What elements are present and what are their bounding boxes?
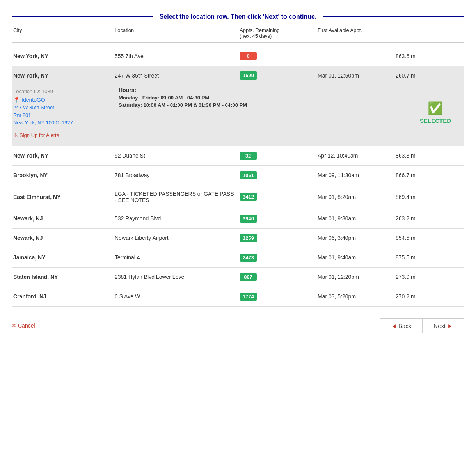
location-cell: Newark Liberty Airport: [113, 229, 238, 246]
identogo-link[interactable]: 📍 IdentoGO: [13, 97, 115, 103]
location-cell: 532 Raymond Blvd: [113, 210, 238, 227]
badge-cell: 3940: [238, 209, 316, 228]
location-cell: 555 7th Ave: [113, 48, 238, 65]
appt-badge: 1599: [240, 71, 257, 80]
appt-badge: 1774: [240, 293, 257, 301]
back-arrow-icon: ◄: [391, 323, 397, 329]
city-cell: Jamaica, NY: [12, 249, 113, 266]
table-row[interactable]: Cranford, NJ 6 S Ave W 1774 Mar 03, 5:20…: [12, 287, 464, 307]
appt-badge: 887: [240, 273, 257, 281]
distance-cell: 854.5 mi: [394, 229, 464, 246]
distance-cell: 863.6 mi: [394, 48, 464, 65]
badge-cell: 0: [238, 46, 316, 66]
location-cell: LGA - TICKETED PASSENGERS or GATE PASS -…: [113, 185, 238, 209]
col-location: Location: [113, 27, 238, 39]
first-appt-cell: Mar 06, 3:40pm: [316, 229, 394, 246]
table-row[interactable]: Newark, NJ 532 Raymond Blvd 3940 Mar 01,…: [12, 209, 464, 229]
city-cell: New York, NY: [12, 67, 113, 84]
back-button[interactable]: ◄ Back: [380, 318, 422, 333]
location-address: 247 W 35th Street Rm 201 New York, NY 10…: [13, 104, 115, 127]
location-cell: 52 Duane St: [113, 147, 238, 164]
col-first-appt: First Available Appt.: [316, 27, 394, 39]
badge-cell: 1061: [238, 166, 316, 185]
header-line-right: [323, 16, 464, 17]
appt-badge: 3412: [240, 193, 257, 201]
appt-badge: 1259: [240, 234, 257, 242]
location-info-panel: Location ID: 1089 📍 IdentoGO 247 W 35th …: [13, 85, 115, 140]
location-cell: Terminal 4: [113, 249, 238, 266]
table-row[interactable]: New York, NY 555 7th Ave 0 863.6 mi: [12, 46, 464, 66]
distance-cell: 863.3 mi: [394, 147, 464, 164]
first-appt-cell: Mar 01, 8:20am: [316, 188, 394, 206]
pin-icon: 📍: [13, 97, 20, 103]
page-instruction: Select the location row. Then click 'Nex…: [12, 8, 464, 24]
selected-badge: ✅ SELECTED: [408, 85, 463, 140]
first-appt-cell: Apr 12, 10:40am: [316, 147, 394, 164]
badge-cell: 1259: [238, 229, 316, 248]
badge-cell: 32: [238, 146, 316, 165]
location-table: New York, NY 555 7th Ave 0 863.6 mi New …: [12, 46, 464, 307]
badge-cell: 3412: [238, 187, 316, 206]
city-cell: Cranford, NJ: [12, 288, 113, 305]
table-row[interactable]: Brooklyn, NY 781 Broadway 1061 Mar 09, 1…: [12, 166, 464, 185]
location-cell: 2381 Hylan Blvd Lower Level: [113, 268, 238, 285]
sign-up-alerts-link[interactable]: ⚠ Sign Up for Alerts: [13, 132, 115, 138]
distance-cell: 866.7 mi: [394, 167, 464, 184]
location-cell: 247 W 35th Street: [113, 67, 238, 84]
city-cell: Newark, NJ: [12, 229, 113, 246]
table-row[interactable]: Newark, NJ Newark Liberty Airport 1259 M…: [12, 229, 464, 248]
first-appt-cell: Mar 01, 12:20pm: [316, 268, 394, 285]
distance-cell: 875.5 mi: [394, 249, 464, 266]
distance-cell: 270.2 mi: [394, 288, 464, 305]
first-appt-cell: Mar 01, 9:30am: [316, 210, 394, 227]
appt-badge: 0: [240, 52, 257, 60]
cancel-icon: ✕: [12, 323, 16, 329]
column-headers: City Location Appts. Remaining(next 45 d…: [12, 24, 464, 43]
location-cell: 781 Broadway: [113, 167, 238, 184]
distance-cell: 869.4 mi: [394, 188, 464, 206]
col-appts: Appts. Remaining(next 45 days): [238, 27, 316, 39]
table-row[interactable]: New York, NY 52 Duane St 32 Apr 12, 10:4…: [12, 146, 464, 166]
cancel-button[interactable]: ✕ Cancel: [12, 323, 35, 329]
location-id: Location ID: 1089: [13, 89, 115, 94]
instruction-text: Select the location row. Then click 'Nex…: [160, 13, 317, 20]
appt-badge: 32: [240, 152, 257, 160]
badge-cell: 2473: [238, 248, 316, 267]
table-row[interactable]: Jamaica, NY Terminal 4 2473 Mar 01, 9:40…: [12, 248, 464, 268]
table-row[interactable]: Staten Island, NY 2381 Hylan Blvd Lower …: [12, 268, 464, 287]
city-cell: Brooklyn, NY: [12, 167, 113, 184]
first-appt-cell: Mar 01, 9:40am: [316, 249, 394, 266]
city-cell: New York, NY: [12, 147, 113, 164]
header-line-left: [12, 16, 153, 17]
appt-badge: 2473: [240, 254, 257, 262]
first-appt-cell: Mar 03, 5:20pm: [316, 288, 394, 305]
col-city: City: [12, 27, 113, 39]
badge-cell: 1599: [238, 66, 316, 85]
first-appt-cell: Mar 01, 12:50pm: [316, 67, 394, 84]
first-appt-cell: Mar 09, 11:30am: [316, 167, 394, 184]
badge-cell: 887: [238, 268, 316, 287]
city-cell: East Elmhurst, NY: [12, 188, 113, 206]
city-cell: Staten Island, NY: [12, 268, 113, 285]
next-arrow-icon: ►: [447, 323, 453, 329]
distance-cell: 260.7 mi: [394, 67, 464, 84]
badge-cell: 1774: [238, 287, 316, 306]
nav-buttons: ◄ Back Next ►: [380, 318, 464, 333]
expanded-row-details: Location ID: 1089 📍 IdentoGO 247 W 35th …: [12, 85, 464, 146]
table-row[interactable]: New York, NY 247 W 35th Street 1599 Mar …: [12, 66, 464, 85]
alert-icon: ⚠: [13, 132, 18, 138]
city-cell: New York, NY: [12, 48, 113, 65]
next-button[interactable]: Next ►: [422, 318, 464, 333]
appt-badge: 1061: [240, 171, 257, 179]
page-footer: ✕ Cancel ◄ Back Next ►: [12, 310, 464, 337]
city-cell: Newark, NJ: [12, 210, 113, 227]
location-cell: 6 S Ave W: [113, 288, 238, 305]
distance-cell: 263.2 mi: [394, 210, 464, 227]
first-appt-cell: [316, 51, 394, 62]
check-icon: ✅: [428, 101, 443, 116]
hours-panel: Hours: Monday - Friday: 09:00 AM - 04:30…: [119, 85, 404, 140]
col-distance: [394, 27, 464, 39]
appt-badge: 3940: [240, 215, 257, 223]
distance-cell: 273.9 mi: [394, 268, 464, 285]
table-row[interactable]: East Elmhurst, NY LGA - TICKETED PASSENG…: [12, 185, 464, 209]
